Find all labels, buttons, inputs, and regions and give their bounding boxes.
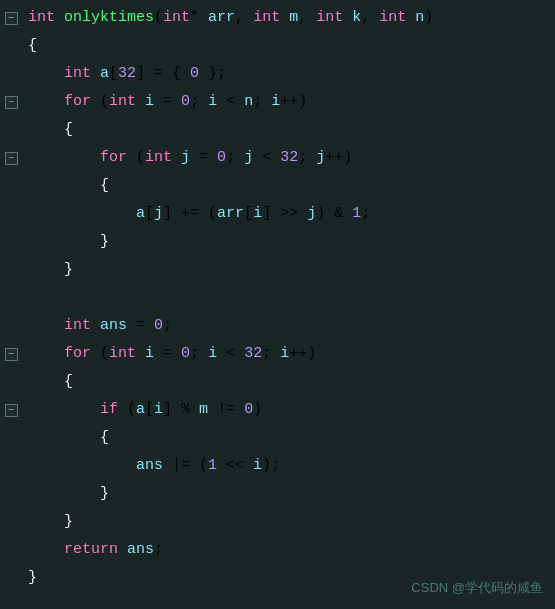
code-line-5: { [0, 116, 555, 144]
code-line-16: { [0, 424, 555, 452]
watermark: CSDN @学代码的咸鱼 [411, 579, 543, 597]
code-text-19: } [22, 509, 555, 535]
code-line-19: } [0, 508, 555, 536]
code-line-13: − for (int i = 0; i < 32; i++) [0, 340, 555, 368]
gutter-15[interactable]: − [0, 404, 22, 417]
code-line-9: } [0, 228, 555, 256]
gutter-13[interactable]: − [0, 348, 22, 361]
code-area: − int onlyktimes(int* arr, int m, int k,… [0, 0, 555, 609]
code-text-15: if (a[i] % m != 0) [22, 397, 555, 423]
code-line-10: } [0, 256, 555, 284]
code-text-17: ans |= (1 << i); [22, 453, 555, 479]
code-text-7: { [22, 173, 555, 199]
fold-icon-6[interactable]: − [5, 152, 18, 165]
code-line-6: − for (int j = 0; j < 32; j++) [0, 144, 555, 172]
code-text-1: int onlyktimes(int* arr, int m, int k, i… [22, 5, 555, 31]
code-text-3: int a[32] = { 0 }; [22, 61, 555, 87]
fold-icon-1[interactable]: − [5, 12, 18, 25]
code-line-18: } [0, 480, 555, 508]
code-line-14: { [0, 368, 555, 396]
code-text-4: for (int i = 0; i < n; i++) [22, 89, 555, 115]
code-line-15: − if (a[i] % m != 0) [0, 396, 555, 424]
code-text-20: return ans; [22, 537, 555, 563]
code-line-4: − for (int i = 0; i < n; i++) [0, 88, 555, 116]
code-line-20: return ans; [0, 536, 555, 564]
gutter-4[interactable]: − [0, 96, 22, 109]
code-text-2: { [22, 33, 555, 59]
code-line-17: ans |= (1 << i); [0, 452, 555, 480]
code-text-18: } [22, 481, 555, 507]
fold-icon-4[interactable]: − [5, 96, 18, 109]
code-text-16: { [22, 425, 555, 451]
code-text-14: { [22, 369, 555, 395]
code-text-9: } [22, 229, 555, 255]
code-line-3: int a[32] = { 0 }; [0, 60, 555, 88]
gutter-6[interactable]: − [0, 152, 22, 165]
code-text-8: a[j] += (arr[i] >> j) & 1; [22, 201, 555, 227]
code-text-13: for (int i = 0; i < 32; i++) [22, 341, 555, 367]
code-line-8: a[j] += (arr[i] >> j) & 1; [0, 200, 555, 228]
code-line-1: − int onlyktimes(int* arr, int m, int k,… [0, 4, 555, 32]
code-line-7: { [0, 172, 555, 200]
code-line-11 [0, 284, 555, 312]
fold-icon-13[interactable]: − [5, 348, 18, 361]
code-text-11 [22, 285, 555, 311]
code-text-6: for (int j = 0; j < 32; j++) [22, 145, 555, 171]
fold-icon-15[interactable]: − [5, 404, 18, 417]
gutter-1[interactable]: − [0, 12, 22, 25]
code-line-12: int ans = 0; [0, 312, 555, 340]
code-text-12: int ans = 0; [22, 313, 555, 339]
code-text-10: } [22, 257, 555, 283]
code-text-5: { [22, 117, 555, 143]
code-line-2: { [0, 32, 555, 60]
code-editor: − int onlyktimes(int* arr, int m, int k,… [0, 0, 555, 609]
